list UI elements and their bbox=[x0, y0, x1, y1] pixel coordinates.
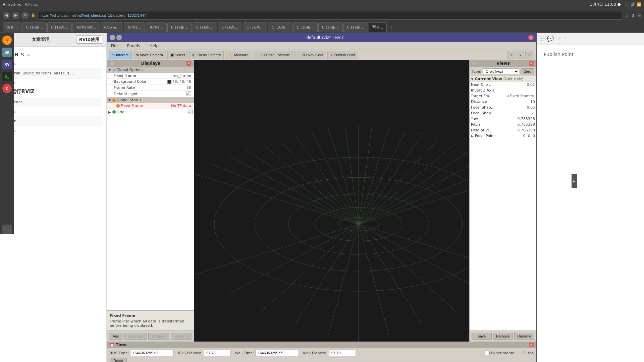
close-button[interactable]: ✕ bbox=[528, 35, 534, 40]
sidebar-apps-icon[interactable]: ⋮⋮ bbox=[2, 225, 12, 234]
move-camera-button[interactable]: ⟲ Move Camera bbox=[133, 51, 166, 59]
tab-c6[interactable]: C (16条... bbox=[243, 22, 267, 32]
default-light-checkbox[interactable] bbox=[186, 92, 191, 96]
tree-item-global-options[interactable]: ▼ ⚙ Global Options bbox=[107, 67, 194, 73]
add-tab-button[interactable]: + bbox=[387, 24, 394, 30]
focal-point-row[interactable]: ▶ Focal Point 0; 0; 0 bbox=[470, 133, 536, 139]
interact-icon: ↖ bbox=[112, 53, 115, 57]
experimental-checkbox[interactable] bbox=[485, 351, 490, 355]
focal-shape2-row[interactable]: Focal Shap... ✓ bbox=[470, 110, 536, 116]
interact-button[interactable]: ↖ Interact bbox=[109, 51, 131, 59]
views-panel-title: Views bbox=[496, 61, 510, 66]
back-button[interactable]: ◀ bbox=[3, 12, 10, 19]
add-display-button[interactable]: Add bbox=[109, 333, 123, 340]
yaw-row[interactable]: Yaw 0.785398 bbox=[470, 116, 536, 122]
reset-button[interactable]: Reset bbox=[110, 358, 127, 362]
menu-help[interactable]: Help bbox=[148, 43, 161, 49]
tab-c3[interactable]: C (16条... bbox=[167, 22, 192, 32]
url-bar[interactable] bbox=[38, 11, 623, 20]
sidebar-terminal-icon[interactable]: $_ bbox=[2, 72, 12, 81]
maximize-button[interactable]: □ bbox=[116, 35, 122, 40]
time-close-button[interactable]: ✕ bbox=[529, 343, 534, 347]
tab-c10[interactable]: C (16条... bbox=[343, 22, 368, 32]
tab-tf[interactable]: tf/Tu... bbox=[3, 22, 21, 32]
focus-camera-button[interactable]: ◎ Focus Camera bbox=[189, 51, 224, 59]
activities-label[interactable]: Activities bbox=[3, 2, 21, 7]
background-color-row[interactable]: Background Color 48; 48; 48 bbox=[107, 79, 194, 85]
tab-active-write[interactable]: 写与... bbox=[369, 22, 387, 32]
download-icon[interactable]: ⬇ bbox=[631, 13, 635, 18]
sidebar-files-icon[interactable]: 📁 bbox=[2, 48, 12, 57]
tab-c7[interactable]: C (16条... bbox=[268, 22, 292, 32]
sidebar-csdn-icon[interactable]: C bbox=[2, 84, 12, 93]
global-options-icon: ⚙ bbox=[112, 68, 115, 72]
toc-icon[interactable]: ☰ bbox=[540, 36, 544, 42]
remove-view-button[interactable]: Remove bbox=[493, 333, 513, 340]
wall-elapsed-input[interactable] bbox=[329, 350, 356, 356]
zoom-fit-button[interactable]: ⊡ bbox=[525, 51, 534, 59]
default-light-row[interactable]: Default Light bbox=[107, 91, 194, 97]
heading-icon[interactable]: H bbox=[14, 52, 18, 57]
help-icon[interactable]: ? bbox=[564, 36, 567, 42]
save-view-button[interactable]: Save bbox=[472, 333, 492, 340]
tree-item-grid[interactable]: ▶ Grid bbox=[107, 109, 194, 115]
frame-rate-row[interactable]: Frame Rate 30 bbox=[107, 85, 194, 91]
ros-elapsed-input[interactable] bbox=[204, 350, 231, 356]
menu-icon[interactable]: ☰ bbox=[637, 13, 641, 18]
ros-time-input[interactable] bbox=[130, 350, 174, 356]
distance-row[interactable]: Distance 10 bbox=[470, 99, 536, 105]
rename-view-button[interactable]: Rename bbox=[514, 333, 534, 340]
bookmark-icon[interactable]: ☆ bbox=[625, 13, 629, 18]
target-frame-row[interactable]: Target Fra... <Fixed Frame> bbox=[470, 93, 536, 99]
rename-display-button[interactable]: Rename bbox=[171, 333, 192, 340]
invert-z-row[interactable]: Invert Z Axis bbox=[470, 87, 536, 93]
zoom-out-button[interactable]: - bbox=[517, 51, 524, 59]
tree-item-global-status[interactable]: ▼ Global Status: ... bbox=[107, 97, 194, 103]
grid-checkbox[interactable] bbox=[188, 110, 193, 114]
tab-c1[interactable]: C (16条... bbox=[22, 22, 47, 32]
tab-c9[interactable]: C (16条... bbox=[318, 22, 343, 32]
tab-c4[interactable]: C (16条... bbox=[193, 22, 217, 32]
list-icon[interactable]: ≡ bbox=[26, 52, 31, 57]
measure-button[interactable]: 📏 Measure bbox=[225, 51, 251, 59]
tab-turtlebot[interactable]: Turtlebot... bbox=[72, 22, 100, 32]
share-icon[interactable]: ↗ bbox=[556, 36, 561, 42]
nav-goal-button[interactable]: → 2D Nav Goal bbox=[294, 51, 326, 59]
tab-ros[interactable]: ROS &... bbox=[101, 22, 123, 32]
sidebar-rviz-icon[interactable]: RV bbox=[2, 60, 12, 69]
zoom-in-button[interactable]: + bbox=[507, 51, 515, 59]
views-current-view-section[interactable]: ▼ Current View Orbit (rviz) bbox=[470, 76, 536, 82]
menu-panels[interactable]: Panels bbox=[125, 43, 142, 49]
fov-row[interactable]: Field of Vi... 0.785398 bbox=[470, 127, 536, 133]
minimize-button[interactable]: — bbox=[110, 35, 115, 40]
views-close-button[interactable]: ✕ bbox=[529, 61, 534, 66]
fixed-frame-error-row[interactable]: Fixed Frame No TF data bbox=[107, 103, 194, 109]
pitch-row[interactable]: Pitch 0.785398 bbox=[470, 122, 536, 127]
remove-display-button[interactable]: Remove bbox=[148, 333, 169, 340]
viewport-arrow-right[interactable]: ▶ bbox=[572, 174, 577, 188]
pose-estimate-button[interactable]: → 2D Pose Estimate bbox=[253, 51, 293, 59]
refresh-button[interactable]: ↺ bbox=[21, 12, 29, 19]
3d-viewport[interactable]: .gl { stroke: #3a5a3a; stroke-width: 0.8… bbox=[194, 60, 469, 342]
focal-shape2-label: Focal Shap... bbox=[471, 111, 532, 115]
publish-point-button[interactable]: ● Publish Point bbox=[327, 51, 358, 59]
tab-turtle3[interactable]: Turtle... bbox=[146, 22, 167, 32]
views-type-select[interactable]: Orbit (rviz) bbox=[483, 68, 519, 74]
menu-file[interactable]: File bbox=[109, 43, 120, 49]
tab-turtle2[interactable]: turtle... bbox=[124, 22, 145, 32]
wall-time-input[interactable] bbox=[255, 350, 299, 356]
fixed-frame-row[interactable]: Fixed Frame my_frame bbox=[107, 73, 194, 79]
duplicate-display-button[interactable]: Duplicate bbox=[124, 333, 147, 340]
select-button[interactable]: ▣ Select bbox=[167, 51, 188, 59]
displays-close-button[interactable]: ✕ bbox=[186, 61, 191, 66]
focal-shape1-row[interactable]: Focal Shap... 0.05 bbox=[470, 105, 536, 110]
views-buttons: Save Remove Rename bbox=[470, 330, 536, 342]
near-clip-row[interactable]: Near Clip ... 0.01 bbox=[470, 82, 536, 87]
tab-c2[interactable]: C (16条... bbox=[47, 22, 72, 32]
strikethrough-icon[interactable]: S bbox=[21, 52, 24, 57]
views-zero-button[interactable]: Zero bbox=[521, 68, 534, 74]
tab-c8[interactable]: C (16条... bbox=[293, 22, 318, 32]
comment-icon[interactable]: 💬 bbox=[547, 36, 554, 42]
tab-c5[interactable]: C (16条... bbox=[218, 22, 242, 32]
forward-button[interactable]: ▶ bbox=[12, 12, 19, 19]
